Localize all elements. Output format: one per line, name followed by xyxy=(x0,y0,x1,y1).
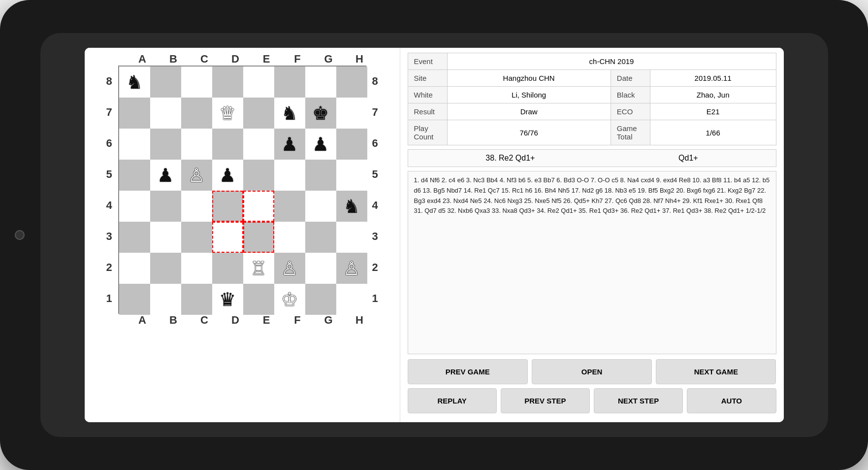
col-label-f: F xyxy=(282,53,313,66)
cell-e4[interactable] xyxy=(243,191,274,222)
cell-c6[interactable] xyxy=(181,129,212,160)
cell-e2[interactable]: ♖ xyxy=(243,253,274,284)
cell-f1[interactable]: ♔ xyxy=(274,284,305,315)
result-label: Result xyxy=(408,103,447,120)
phone-inner: A B C D E F G H 8 7 6 xyxy=(40,33,828,437)
cell-f2[interactable]: ♙ xyxy=(274,253,305,284)
col-label-e-bottom: E xyxy=(251,314,282,327)
bottom-col-labels: A B C D E F G H xyxy=(127,314,375,327)
cell-h2[interactable]: ♙ xyxy=(336,253,367,284)
cell-a4[interactable] xyxy=(119,191,150,222)
cell-g1[interactable] xyxy=(305,284,336,315)
cell-d6[interactable] xyxy=(212,129,243,160)
cell-h4[interactable]: ♞ xyxy=(336,191,367,222)
cell-b8[interactable] xyxy=(150,67,181,98)
cell-c4[interactable] xyxy=(181,191,212,222)
cell-h3[interactable] xyxy=(336,222,367,253)
cell-e8[interactable] xyxy=(243,67,274,98)
cell-f5[interactable] xyxy=(274,160,305,191)
game-info-table: Event ch-CHN 2019 Site Hangzhou CHN Date… xyxy=(408,53,776,145)
chessboard[interactable]: ♞♛♞♚♟♟♟♙♟♞♖♙♙♛♔ xyxy=(118,66,366,314)
white-value: Li, Shilong xyxy=(447,87,611,103)
cell-f3[interactable] xyxy=(274,222,305,253)
row-label-1: 1 xyxy=(100,283,118,314)
cell-d7[interactable]: ♛ xyxy=(212,98,243,129)
cell-e1[interactable] xyxy=(243,284,274,315)
cell-c7[interactable] xyxy=(181,98,212,129)
cell-a6[interactable] xyxy=(119,129,150,160)
site-label: Site xyxy=(408,70,447,87)
cell-b1[interactable] xyxy=(150,284,181,315)
date-value: 2019.05.11 xyxy=(650,70,776,87)
cell-c3[interactable] xyxy=(181,222,212,253)
cell-g3[interactable] xyxy=(305,222,336,253)
cell-b7[interactable] xyxy=(150,98,181,129)
phone-frame: A B C D E F G H 8 7 6 xyxy=(0,0,868,470)
row-label-7-right: 7 xyxy=(366,97,384,128)
cell-e3[interactable] xyxy=(243,222,274,253)
cell-b3[interactable] xyxy=(150,222,181,253)
open-button[interactable]: OPEN xyxy=(532,359,652,384)
cell-b2[interactable] xyxy=(150,253,181,284)
next-step-button[interactable]: NEXT STEP xyxy=(594,388,683,413)
cell-f8[interactable] xyxy=(274,67,305,98)
cell-f6[interactable]: ♟ xyxy=(274,129,305,160)
cell-a1[interactable] xyxy=(119,284,150,315)
cell-g7[interactable]: ♚ xyxy=(305,98,336,129)
game-total-label: Game Total xyxy=(611,120,650,145)
cell-g6[interactable]: ♟ xyxy=(305,129,336,160)
cell-f4[interactable] xyxy=(274,191,305,222)
col-label-f-bottom: F xyxy=(282,314,313,327)
col-label-c: C xyxy=(189,53,220,66)
prev-step-button[interactable]: PREV STEP xyxy=(501,388,590,413)
cell-a5[interactable] xyxy=(119,160,150,191)
cell-d5[interactable]: ♟ xyxy=(212,160,243,191)
prev-game-button[interactable]: PREV GAME xyxy=(408,359,528,384)
camera xyxy=(15,230,25,240)
cell-c5[interactable]: ♙ xyxy=(181,160,212,191)
auto-button[interactable]: AUTO xyxy=(687,388,776,413)
board-rows-wrapper: 8 7 6 5 4 3 2 1 ♞♛♞♚♟♟♟♙♟♞♖♙♙♛♔ xyxy=(100,66,384,314)
eco-value: E21 xyxy=(650,103,776,120)
cell-g5[interactable] xyxy=(305,160,336,191)
eco-label: ECO xyxy=(611,103,650,120)
next-game-button[interactable]: NEXT GAME xyxy=(656,359,776,384)
cell-b6[interactable] xyxy=(150,129,181,160)
cell-h7[interactable] xyxy=(336,98,367,129)
step-buttons-row: REPLAY PREV STEP NEXT STEP AUTO xyxy=(408,388,776,413)
row-label-5: 5 xyxy=(100,159,118,190)
main-buttons-row: PREV GAME OPEN NEXT GAME xyxy=(408,359,776,384)
cell-c8[interactable] xyxy=(181,67,212,98)
cell-h8[interactable] xyxy=(336,67,367,98)
replay-button[interactable]: REPLAY xyxy=(408,388,497,413)
site-value: Hangzhou CHN xyxy=(447,70,611,87)
cell-a2[interactable] xyxy=(119,253,150,284)
cell-e6[interactable] xyxy=(243,129,274,160)
cell-b5[interactable]: ♟ xyxy=(150,160,181,191)
cell-e7[interactable] xyxy=(243,98,274,129)
row-label-6: 6 xyxy=(100,128,118,159)
cell-g4[interactable] xyxy=(305,191,336,222)
cell-f7[interactable]: ♞ xyxy=(274,98,305,129)
cell-a7[interactable] xyxy=(119,98,150,129)
cell-d4[interactable] xyxy=(212,191,243,222)
cell-h1[interactable] xyxy=(336,284,367,315)
cell-c1[interactable] xyxy=(181,284,212,315)
cell-c2[interactable] xyxy=(181,253,212,284)
cell-e5[interactable] xyxy=(243,160,274,191)
date-label: Date xyxy=(611,70,650,87)
cell-b4[interactable] xyxy=(150,191,181,222)
cell-a8[interactable]: ♞ xyxy=(119,67,150,98)
cell-d1[interactable]: ♛ xyxy=(212,284,243,315)
cell-g8[interactable] xyxy=(305,67,336,98)
cell-h5[interactable] xyxy=(336,160,367,191)
cell-a3[interactable] xyxy=(119,222,150,253)
move-display: 38. Re2 Qd1+ Qd1+ xyxy=(408,149,776,167)
cell-d3[interactable] xyxy=(212,222,243,253)
cell-g2[interactable] xyxy=(305,253,336,284)
row-label-3: 3 xyxy=(100,221,118,252)
cell-d2[interactable] xyxy=(212,253,243,284)
current-move-black: Qd1+ xyxy=(678,154,698,163)
cell-d8[interactable] xyxy=(212,67,243,98)
cell-h6[interactable] xyxy=(336,129,367,160)
